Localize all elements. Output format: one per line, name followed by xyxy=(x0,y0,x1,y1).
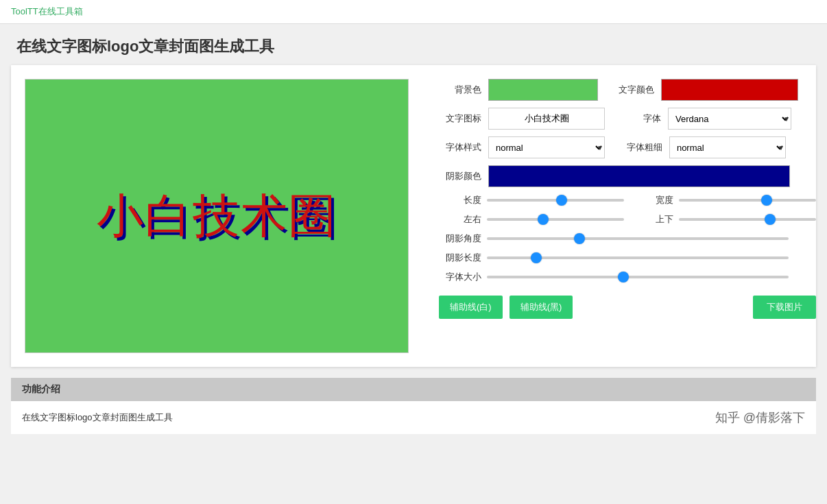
func-header: 功能介绍 xyxy=(11,378,816,401)
btn-row: 辅助线(白) 辅助线(黑) 下载图片 xyxy=(439,296,816,319)
main-layout: 小白技术圈 背景色 文字颜色 文字图标 字体 Ver xyxy=(25,79,802,353)
font-size-row: 字体大小 xyxy=(439,271,816,283)
font-label: 字体 xyxy=(619,112,661,125)
font-select[interactable]: Verdana Arial Times New Roman Georgia Co… xyxy=(668,108,791,130)
font-weight-label: 字体粗细 xyxy=(620,141,662,154)
length-slider[interactable] xyxy=(487,199,624,202)
width-slider[interactable] xyxy=(679,199,816,202)
font-style-select[interactable]: normal italic oblique xyxy=(488,136,605,158)
brand-label: ToolTT在线工具箱 xyxy=(11,6,83,16)
text-color-swatch[interactable] xyxy=(661,79,798,101)
length-col: 长度 xyxy=(439,194,624,206)
text-font-row: 文字图标 字体 Verdana Arial Times New Roman Ge… xyxy=(439,108,816,130)
main-card: 小白技术圈 背景色 文字颜色 文字图标 字体 Ver xyxy=(11,65,816,367)
lr-slider[interactable] xyxy=(487,218,624,221)
func-header-text: 功能介绍 xyxy=(22,383,60,394)
font-weight-select[interactable]: normal bold bolder lighter xyxy=(669,136,786,158)
shadow-length-label: 阴影长度 xyxy=(439,252,481,264)
func-watermark: 知乎 @倩影落下 xyxy=(715,409,805,426)
controls-area: 背景色 文字颜色 文字图标 字体 Verdana Arial Times New… xyxy=(439,79,816,353)
func-desc: 在线文字图标logo文章封面图生成工具 xyxy=(22,411,173,424)
bg-color-swatch[interactable] xyxy=(488,79,598,101)
lr-label: 左右 xyxy=(439,213,481,226)
font-size-label: 字体大小 xyxy=(439,271,481,283)
lr-tb-row: 左右 上下 xyxy=(439,213,816,226)
shadow-color-label: 阴影颜色 xyxy=(439,170,481,182)
page-title: 在线文字图标logo文章封面图生成工具 xyxy=(16,36,811,57)
canvas-area: 小白技术圈 xyxy=(25,79,422,353)
text-color-label: 文字颜色 xyxy=(612,84,654,96)
text-icon-label: 文字图标 xyxy=(439,112,481,125)
text-icon-input[interactable] xyxy=(488,108,605,130)
shadow-angle-slider[interactable] xyxy=(487,237,789,240)
color-row: 背景色 文字颜色 xyxy=(439,79,816,101)
shadow-angle-row: 阴影角度 xyxy=(439,232,816,245)
func-section: 功能介绍 在线文字图标logo文章封面图生成工具 知乎 @倩影落下 xyxy=(11,378,816,434)
lr-col: 左右 xyxy=(439,213,624,226)
header: ToolTT在线工具箱 xyxy=(0,0,827,24)
shadow-color-row: 阴影颜色 xyxy=(439,165,816,187)
bg-color-label: 背景色 xyxy=(439,84,481,96)
page-title-area: 在线文字图标logo文章封面图生成工具 xyxy=(0,24,827,65)
guide-white-button[interactable]: 辅助线(白) xyxy=(439,296,503,319)
shadow-length-row: 阴影长度 xyxy=(439,252,816,264)
length-width-row: 长度 宽度 xyxy=(439,194,816,206)
guide-black-button[interactable]: 辅助线(黑) xyxy=(510,296,573,319)
download-button[interactable]: 下载图片 xyxy=(753,296,816,319)
tb-label: 上下 xyxy=(631,213,673,226)
font-style-label: 字体样式 xyxy=(439,141,481,154)
preview-text: 小白技术圈 xyxy=(97,185,337,248)
tb-col: 上下 xyxy=(631,213,816,226)
shadow-color-swatch[interactable] xyxy=(488,165,790,187)
shadow-angle-label: 阴影角度 xyxy=(439,232,481,245)
width-label: 宽度 xyxy=(631,194,673,206)
preview-canvas: 小白技术圈 xyxy=(25,79,409,353)
tb-slider[interactable] xyxy=(679,218,816,221)
style-weight-row: 字体样式 normal italic oblique ▼ 字体粗细 normal… xyxy=(439,136,816,158)
func-body: 在线文字图标logo文章封面图生成工具 知乎 @倩影落下 xyxy=(11,401,816,434)
width-col: 宽度 xyxy=(631,194,816,206)
font-size-slider[interactable] xyxy=(487,276,789,278)
shadow-length-slider[interactable] xyxy=(487,256,789,259)
length-label: 长度 xyxy=(439,194,481,206)
